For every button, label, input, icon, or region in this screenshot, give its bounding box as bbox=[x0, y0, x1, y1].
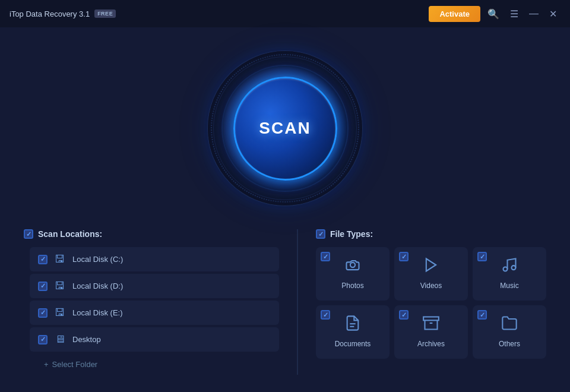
music-icon bbox=[501, 257, 518, 277]
scan-locations-panel: Scan Locations: 🖫 Local Disk (C:) 🖫 Loca… bbox=[24, 229, 279, 375]
others-label: Others bbox=[499, 340, 520, 348]
scan-area: SCAN bbox=[24, 27, 546, 229]
location-e-label: Local Disk (E:) bbox=[72, 308, 123, 317]
desktop-icon: 🖥 bbox=[55, 333, 65, 346]
file-type-music[interactable]: Music bbox=[473, 247, 546, 301]
location-c-label: Local Disk (C:) bbox=[72, 255, 123, 264]
file-type-grid: Photos Videos bbox=[316, 247, 546, 359]
location-item-c[interactable]: 🖫 Local Disk (C:) bbox=[30, 247, 279, 271]
svg-point-2 bbox=[504, 267, 508, 271]
photos-checkbox[interactable] bbox=[321, 252, 330, 261]
location-c-checkbox[interactable] bbox=[38, 255, 48, 264]
documents-label: Documents bbox=[335, 340, 371, 348]
location-d-checkbox[interactable] bbox=[38, 282, 48, 291]
bottom-section: Scan Locations: 🖫 Local Disk (C:) 🖫 Loca… bbox=[24, 229, 546, 375]
location-item-desktop[interactable]: 🖥 Desktop bbox=[30, 327, 279, 352]
location-desktop-label: Desktop bbox=[72, 335, 101, 344]
videos-label: Videos bbox=[420, 282, 442, 290]
music-checkbox[interactable] bbox=[477, 252, 487, 261]
svg-point-0 bbox=[350, 263, 355, 267]
photos-icon bbox=[344, 257, 361, 277]
svg-rect-6 bbox=[423, 317, 439, 321]
others-checkbox[interactable] bbox=[477, 310, 487, 320]
file-type-documents[interactable]: Documents bbox=[316, 305, 390, 359]
section-divider bbox=[297, 229, 298, 375]
svg-marker-1 bbox=[426, 259, 436, 271]
app-title: iTop Data Recovery 3.1 bbox=[10, 10, 90, 18]
locations-list: 🖫 Local Disk (C:) 🖫 Local Disk (D:) 🖫 Lo… bbox=[24, 247, 279, 375]
others-icon bbox=[501, 315, 518, 335]
search-icon-button[interactable]: 🔍 bbox=[484, 6, 503, 22]
disk-d-icon: 🖫 bbox=[55, 280, 65, 292]
title-bar: iTop Data Recovery 3.1 FREE Activate 🔍 ☰… bbox=[0, 0, 570, 27]
documents-icon bbox=[344, 315, 361, 335]
scan-locations-header: Scan Locations: bbox=[24, 229, 279, 239]
close-button[interactable]: ✕ bbox=[546, 6, 560, 22]
location-item-e[interactable]: 🖫 Local Disk (E:) bbox=[30, 301, 279, 325]
location-item-d[interactable]: 🖫 Local Disk (D:) bbox=[30, 274, 279, 298]
svg-point-3 bbox=[512, 265, 516, 270]
select-folder-label: Select Folder bbox=[52, 360, 98, 369]
file-type-archives[interactable]: Archives bbox=[394, 305, 468, 359]
plus-icon: + bbox=[44, 360, 49, 369]
file-type-photos[interactable]: Photos bbox=[316, 247, 390, 301]
title-right: Activate 🔍 ☰ — ✕ bbox=[429, 6, 560, 22]
disk-e-icon: 🖫 bbox=[55, 306, 65, 319]
scan-locations-title: Scan Locations: bbox=[38, 229, 102, 239]
archives-label: Archives bbox=[417, 340, 445, 348]
free-badge: FREE bbox=[94, 10, 116, 18]
disk-c-icon: 🖫 bbox=[55, 253, 65, 265]
location-desktop-checkbox[interactable] bbox=[38, 335, 48, 344]
videos-icon bbox=[423, 257, 439, 277]
file-type-videos[interactable]: Videos bbox=[394, 247, 468, 301]
file-types-header: File Types: bbox=[316, 229, 546, 239]
scan-locations-checkbox[interactable] bbox=[24, 229, 33, 239]
music-label: Music bbox=[500, 282, 518, 290]
title-left: iTop Data Recovery 3.1 FREE bbox=[10, 10, 116, 18]
minimize-button[interactable]: — bbox=[525, 6, 542, 21]
file-types-title: File Types: bbox=[330, 229, 373, 239]
videos-checkbox[interactable] bbox=[399, 252, 408, 261]
archives-checkbox[interactable] bbox=[399, 310, 408, 320]
scan-dotted-ring bbox=[211, 54, 359, 203]
file-types-panel: File Types: Photos bbox=[316, 229, 546, 375]
photos-label: Photos bbox=[341, 282, 363, 290]
menu-icon-button[interactable]: ☰ bbox=[506, 6, 522, 22]
activate-button[interactable]: Activate bbox=[429, 6, 480, 22]
location-d-label: Local Disk (D:) bbox=[72, 282, 123, 290]
select-folder-button[interactable]: + Select Folder bbox=[36, 354, 279, 375]
file-type-others[interactable]: Others bbox=[473, 305, 546, 359]
documents-checkbox[interactable] bbox=[321, 310, 330, 320]
location-e-checkbox[interactable] bbox=[38, 308, 48, 318]
archives-icon bbox=[423, 315, 439, 335]
main-content: SCAN Scan Locations: 🖫 Local Disk (C:) bbox=[0, 27, 570, 392]
scan-outer-ring: SCAN bbox=[208, 51, 362, 206]
file-types-checkbox[interactable] bbox=[316, 229, 325, 239]
